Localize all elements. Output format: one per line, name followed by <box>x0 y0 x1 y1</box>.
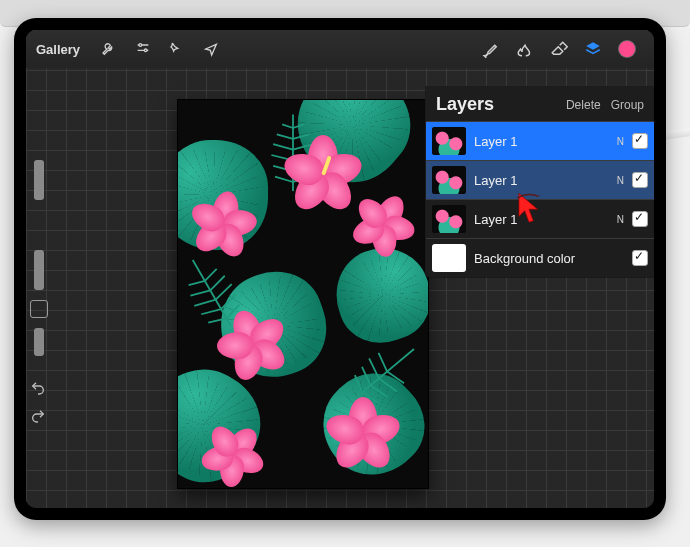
left-undo-rail <box>30 380 46 424</box>
layers-icon[interactable] <box>582 38 604 60</box>
canvas[interactable] <box>178 100 428 488</box>
layer-visibility-checkbox[interactable] <box>632 211 648 227</box>
layer-thumbnail[interactable] <box>432 127 466 155</box>
modify-button[interactable] <box>30 300 48 318</box>
layers-panel-title: Layers <box>436 94 556 115</box>
adjustments-icon[interactable] <box>132 38 154 60</box>
brush-opacity-slider[interactable] <box>34 250 44 290</box>
layer-blend-mode[interactable]: N <box>617 175 624 186</box>
layer-visibility-checkbox[interactable] <box>632 133 648 149</box>
svg-point-0 <box>139 44 142 47</box>
selection-icon[interactable] <box>166 38 188 60</box>
layer-blend-mode[interactable]: N <box>617 214 624 225</box>
brush-size-slider[interactable] <box>34 160 44 200</box>
layer-blend-mode[interactable]: N <box>617 136 624 147</box>
layers-panel: Layers Delete Group Layer 1NLayer 1NLaye… <box>425 86 654 278</box>
color-swatch[interactable] <box>616 38 638 60</box>
svg-point-1 <box>144 49 147 52</box>
layer-row[interactable]: Layer 1N <box>426 199 654 238</box>
redo-icon[interactable] <box>30 408 46 424</box>
layers-delete-button[interactable]: Delete <box>566 98 601 112</box>
layer-thumbnail[interactable] <box>432 166 466 194</box>
transform-icon[interactable] <box>200 38 222 60</box>
smudge-icon[interactable] <box>514 38 536 60</box>
layer-row[interactable]: Background color <box>426 238 654 277</box>
left-slider-rail <box>30 160 48 356</box>
app-screen: Gallery <box>26 30 654 508</box>
wrench-icon[interactable] <box>98 38 120 60</box>
layer-name-label: Background color <box>474 251 616 266</box>
top-toolbar: Gallery <box>26 30 654 68</box>
layers-group-button[interactable]: Group <box>611 98 644 112</box>
brush-icon[interactable] <box>480 38 502 60</box>
gallery-button[interactable]: Gallery <box>36 42 80 57</box>
layers-panel-header: Layers Delete Group <box>426 86 654 121</box>
layer-name-label: Layer 1 <box>474 134 609 149</box>
brush-slider-3[interactable] <box>34 328 44 356</box>
layer-thumbnail[interactable] <box>432 244 466 272</box>
layer-row[interactable]: Layer 1N <box>426 160 654 199</box>
layer-row[interactable]: Layer 1N <box>426 121 654 160</box>
layer-visibility-checkbox[interactable] <box>632 250 648 266</box>
layers-list: Layer 1NLayer 1NLayer 1NBackground color <box>426 121 654 277</box>
ipad-frame: Gallery <box>14 18 666 520</box>
eraser-icon[interactable] <box>548 38 570 60</box>
undo-icon[interactable] <box>30 380 46 396</box>
layer-name-label: Layer 1 <box>474 173 609 188</box>
layer-thumbnail[interactable] <box>432 205 466 233</box>
layer-visibility-checkbox[interactable] <box>632 172 648 188</box>
layer-name-label: Layer 1 <box>474 212 609 227</box>
